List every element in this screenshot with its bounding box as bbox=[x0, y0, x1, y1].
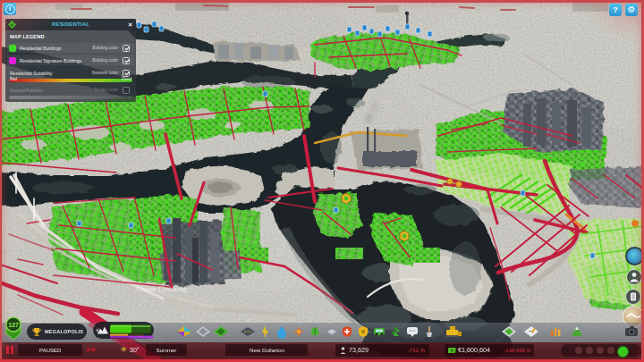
svg-text:Union Crossing: Union Crossing bbox=[136, 284, 187, 293]
